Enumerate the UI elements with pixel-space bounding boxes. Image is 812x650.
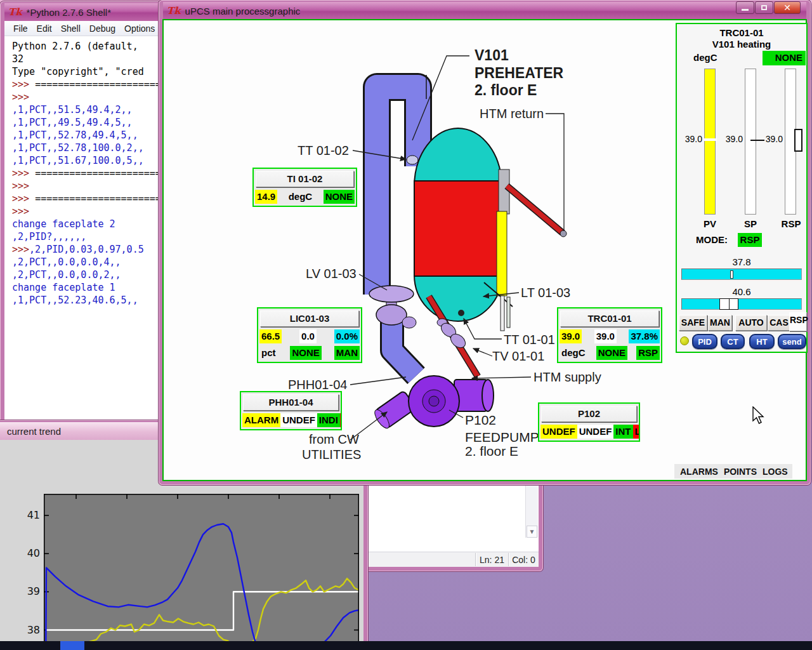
label-v101-2: PREHEATER [475,65,564,81]
slider2-value: 40.6 [677,286,806,297]
faceplate-cell: UNDEF [577,425,614,439]
status-led-icon [680,336,689,345]
taskbar[interactable] [0,641,812,650]
footer-button-points[interactable]: POINTS [724,467,757,477]
faceplate-cell: pct [259,346,278,360]
pv-bar [704,69,716,215]
rsp-label: RSP [780,218,802,229]
y-tick-label: 40 [18,547,40,559]
sp-label: SP [740,218,761,229]
panel-subtitle: V101 heating [677,39,806,50]
menu-item-edit[interactable]: Edit [37,23,52,34]
faceplate-row: pctNONEMAN [259,345,360,361]
faceplate-button-ti01-02[interactable]: TI 01-02 [256,171,354,187]
faceplate-button-p102[interactable]: P102 [541,406,637,422]
sp-bar [745,69,756,215]
sp-value: 39.0 [720,134,743,144]
action-button-ht[interactable]: HT [749,334,775,349]
slider2-handle[interactable] [719,298,738,310]
taskbar-item[interactable] [60,641,84,650]
label-lt0103: LT 01-03 [521,286,570,300]
status-line: Ln: 21 [475,553,508,566]
label-tt0101: TT 01-01 [504,333,555,347]
action-button-ct[interactable]: CT [721,334,745,349]
mode-button-man[interactable]: MAN [708,315,732,331]
menu-item-shell[interactable]: Shell [61,23,81,34]
action-button-pid[interactable]: PID [692,334,717,349]
upcs-title: uPCS main processgraphic [185,6,301,17]
upcs-window: Tk uPCS main processgraphic ✕ [159,0,811,485]
y-tick-label: 38 [18,624,40,636]
rsp-bar[interactable] [785,69,796,215]
menu-item-debug[interactable]: Debug [89,23,115,34]
faceplate-cell: MAN [334,346,360,360]
mode-label: MODE: [696,234,728,245]
action-button-send[interactable]: send [778,334,806,349]
python-shell-title: *Python 2.7.6 Shell* [27,7,111,18]
footer-button-alarms[interactable]: ALARMS [680,467,718,477]
faceplate-row: 39.039.037.8% [560,329,660,344]
tk-icon: Tk [167,5,181,17]
faceplate-button-phh01-04[interactable]: PHH01-04 [243,394,339,411]
panel-unit-label: degC [693,52,717,63]
tk-icon: Tk [8,6,22,18]
pipe-blue [377,87,418,295]
label-tt0102: TT 01-02 [298,143,349,157]
scroll-down-icon[interactable]: ▼ [527,526,537,538]
label-htm-supply: HTM supply [534,370,601,384]
faceplate-cell: 0.0% [334,329,360,343]
label-p102-3: 2. floor E [465,444,518,458]
faceplate-button-lic01-03[interactable]: LIC01-03 [260,310,359,327]
faceplate-ti0102: TI 01-0214.9degCNONE [252,168,357,207]
faceplate-cell: 39.0 [594,329,617,343]
rsp-value: 39.0 [760,134,783,144]
mode-value-badge: RSP [738,233,762,247]
upcs-footer: ALARMSPOINTSLOGS [674,464,792,479]
faceplate-cell: LA [340,413,342,427]
label-v101-1: V101 [475,47,509,63]
mode-button-safe[interactable]: SAFE [679,315,707,331]
faceplate-row: 66.50.00.0% [259,329,360,344]
faceplate-cell: degC [560,346,587,360]
footer-button-logs[interactable]: LOGS [763,467,788,477]
upcs-titlebar[interactable]: Tk uPCS main processgraphic [163,2,806,20]
faceplate-cell: RSP [636,346,660,360]
faceplate-button-trc01-01[interactable]: TRC01-01 [560,310,659,327]
pv-label: PV [700,218,720,229]
label-lv0103: LV 01-03 [306,267,357,281]
label-p102-1: P102 [465,413,496,427]
trend-title: current trend [7,426,61,437]
trc0101-control-panel: TRC01-01 V101 heating degC NONE 39.0 39.… [676,23,808,353]
mouse-cursor-icon [752,406,766,425]
sensor-tt0101-graphic [458,310,464,316]
faceplate-cell: NONE [324,190,355,204]
faceplate-row: ALARMUNDEFINDILA [242,413,339,428]
mode-button-rsp[interactable]: RSP [789,312,807,331]
faceplate-cell: 39.0 [560,329,582,343]
menu-item-file[interactable]: File [13,23,28,34]
mode-button-cas[interactable]: CAS [768,315,790,331]
label-from-cw-1: from CW [309,432,359,446]
trend-chart [44,494,359,650]
faceplate-cell: degC [287,190,315,204]
faceplate-phh0104: PHH01-04ALARMUNDEFINDILA [240,391,342,430]
label-from-cw-2: UTILITIES [302,448,361,461]
slider1[interactable] [681,269,802,280]
faceplate-lic0103: LIC01-0366.50.00.0%pctNONEMAN [257,307,362,363]
mode-button-auto[interactable]: AUTO [735,315,767,331]
faceplate-cell: UNDEF [280,413,317,427]
y-tick-label: 41 [18,509,40,521]
faceplate-p102: P102UNDEFUNDEFINTLA [538,402,640,442]
valve-tv0101-graphic [437,319,468,350]
upcs-client: V101 PREHEATER 2. floor E HTM return TT … [162,19,807,481]
y-tick-label: 39 [18,585,40,597]
label-p102-2: FEEDPUMP [465,430,539,444]
faceplate-cell: 14.9 [255,190,277,204]
close-button[interactable]: ✕ [774,1,801,14]
maximize-button[interactable] [755,1,773,14]
slider2[interactable] [681,298,802,310]
slider1-marker[interactable] [730,270,733,279]
label-v101-3: 2. floor E [475,82,537,98]
minimize-button[interactable] [736,1,754,14]
menu-item-options[interactable]: Options [124,23,155,34]
